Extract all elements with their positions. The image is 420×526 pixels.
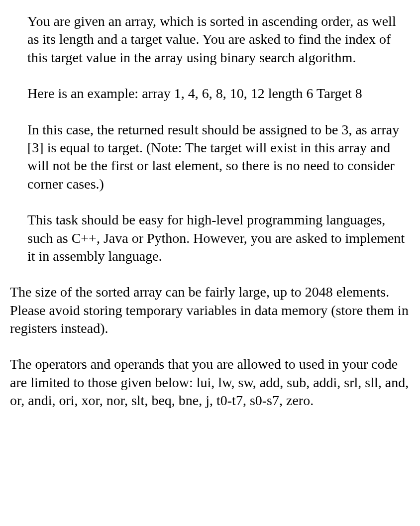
paragraph-task-difficulty: This task should be easy for high-level … [10, 211, 410, 265]
paragraph-allowed-operators: The operators and operands that you are … [10, 355, 410, 410]
paragraph-text: You are given an array, which is sorted … [27, 13, 396, 65]
paragraph-text: The operators and operands that you are … [10, 356, 409, 408]
paragraph-text: This task should be easy for high-level … [27, 212, 405, 264]
paragraph-example: Here is an example: array 1, 4, 6, 8, 10… [10, 85, 410, 103]
paragraph-array-size: The size of the sorted array can be fair… [10, 283, 410, 337]
paragraph-result-explanation: In this case, the returned result should… [10, 121, 410, 194]
paragraph-intro: You are given an array, which is sorted … [10, 12, 410, 67]
paragraph-text: In this case, the returned result should… [27, 122, 399, 192]
paragraph-text: Here is an example: array 1, 4, 6, 8, 10… [27, 86, 362, 101]
paragraph-text: The size of the sorted array can be fair… [10, 284, 409, 336]
